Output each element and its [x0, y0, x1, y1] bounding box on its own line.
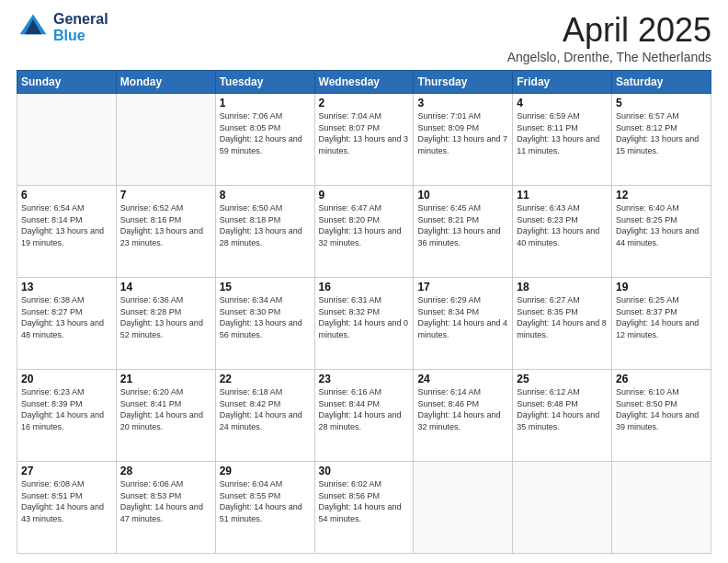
- day-info: Sunrise: 6:10 AMSunset: 8:50 PMDaylight:…: [616, 386, 707, 432]
- calendar-weekday-wednesday: Wednesday: [314, 71, 414, 94]
- day-info: Sunrise: 6:40 AMSunset: 8:25 PMDaylight:…: [616, 202, 707, 248]
- day-info: Sunrise: 7:01 AMSunset: 8:09 PMDaylight:…: [417, 110, 508, 156]
- day-number: 5: [616, 97, 707, 109]
- day-number: 6: [21, 189, 112, 201]
- day-info: Sunrise: 6:54 AMSunset: 8:14 PMDaylight:…: [21, 202, 112, 248]
- day-info: Sunrise: 6:47 AMSunset: 8:20 PMDaylight:…: [319, 202, 410, 248]
- calendar-weekday-saturday: Saturday: [612, 71, 711, 94]
- day-info: Sunrise: 6:45 AMSunset: 8:21 PMDaylight:…: [417, 202, 508, 248]
- day-number: 29: [220, 465, 311, 477]
- day-number: 21: [120, 373, 211, 385]
- calendar-cell: 29Sunrise: 6:04 AMSunset: 8:55 PMDayligh…: [215, 462, 314, 554]
- calendar-weekday-friday: Friday: [513, 71, 612, 94]
- day-number: 4: [517, 97, 608, 109]
- calendar-cell: 26Sunrise: 6:10 AMSunset: 8:50 PMDayligh…: [612, 370, 711, 462]
- calendar-week-row: 1Sunrise: 7:06 AMSunset: 8:05 PMDaylight…: [17, 94, 711, 186]
- day-info: Sunrise: 6:16 AMSunset: 8:44 PMDaylight:…: [319, 386, 410, 432]
- day-info: Sunrise: 6:50 AMSunset: 8:18 PMDaylight:…: [220, 202, 311, 248]
- calendar-cell: [513, 462, 612, 554]
- day-number: 16: [319, 281, 410, 293]
- logo-icon: [17, 11, 50, 44]
- calendar-cell: 27Sunrise: 6:08 AMSunset: 8:51 PMDayligh…: [17, 462, 117, 554]
- day-info: Sunrise: 6:43 AMSunset: 8:23 PMDaylight:…: [517, 202, 608, 248]
- day-info: Sunrise: 7:06 AMSunset: 8:05 PMDaylight:…: [220, 110, 311, 156]
- day-number: 10: [417, 189, 508, 201]
- calendar-cell: 23Sunrise: 6:16 AMSunset: 8:44 PMDayligh…: [314, 370, 414, 462]
- calendar-cell: 6Sunrise: 6:54 AMSunset: 8:14 PMDaylight…: [17, 186, 117, 278]
- calendar-weekday-tuesday: Tuesday: [215, 71, 314, 94]
- location-title: Angelslo, Drenthe, The Netherlands: [507, 50, 711, 64]
- day-info: Sunrise: 6:36 AMSunset: 8:28 PMDaylight:…: [120, 294, 211, 340]
- day-number: 8: [220, 189, 311, 201]
- day-number: 11: [517, 189, 608, 201]
- calendar-cell: 12Sunrise: 6:40 AMSunset: 8:25 PMDayligh…: [612, 186, 711, 278]
- day-info: Sunrise: 6:08 AMSunset: 8:51 PMDaylight:…: [21, 478, 112, 524]
- day-info: Sunrise: 6:04 AMSunset: 8:55 PMDaylight:…: [220, 478, 311, 524]
- calendar-cell: 4Sunrise: 6:59 AMSunset: 8:11 PMDaylight…: [513, 94, 612, 186]
- day-info: Sunrise: 6:27 AMSunset: 8:35 PMDaylight:…: [517, 294, 608, 340]
- logo-text: General Blue: [53, 11, 108, 45]
- calendar-week-row: 27Sunrise: 6:08 AMSunset: 8:51 PMDayligh…: [17, 462, 711, 554]
- day-info: Sunrise: 6:20 AMSunset: 8:41 PMDaylight:…: [120, 386, 211, 432]
- day-info: Sunrise: 7:04 AMSunset: 8:07 PMDaylight:…: [319, 110, 410, 156]
- day-info: Sunrise: 6:38 AMSunset: 8:27 PMDaylight:…: [21, 294, 112, 340]
- calendar-cell: 14Sunrise: 6:36 AMSunset: 8:28 PMDayligh…: [116, 278, 215, 370]
- day-number: 22: [220, 373, 311, 385]
- day-info: Sunrise: 6:12 AMSunset: 8:48 PMDaylight:…: [517, 386, 608, 432]
- calendar-cell: [612, 462, 711, 554]
- calendar-cell: 9Sunrise: 6:47 AMSunset: 8:20 PMDaylight…: [314, 186, 414, 278]
- day-number: 26: [616, 373, 707, 385]
- calendar-cell: 3Sunrise: 7:01 AMSunset: 8:09 PMDaylight…: [414, 94, 513, 186]
- day-number: 12: [616, 189, 707, 201]
- day-number: 25: [517, 373, 608, 385]
- calendar-table: SundayMondayTuesdayWednesdayThursdayFrid…: [17, 70, 711, 554]
- day-info: Sunrise: 6:31 AMSunset: 8:32 PMDaylight:…: [319, 294, 410, 340]
- day-number: 23: [319, 373, 410, 385]
- top-section: General Blue April 2025 Angelslo, Drenth…: [17, 11, 711, 64]
- day-number: 1: [220, 97, 311, 109]
- calendar-cell: 16Sunrise: 6:31 AMSunset: 8:32 PMDayligh…: [314, 278, 414, 370]
- calendar-cell: 24Sunrise: 6:14 AMSunset: 8:46 PMDayligh…: [414, 370, 513, 462]
- day-number: 7: [120, 189, 211, 201]
- calendar-cell: 28Sunrise: 6:06 AMSunset: 8:53 PMDayligh…: [116, 462, 215, 554]
- calendar-cell: 8Sunrise: 6:50 AMSunset: 8:18 PMDaylight…: [215, 186, 314, 278]
- calendar-header-row: SundayMondayTuesdayWednesdayThursdayFrid…: [17, 71, 711, 94]
- day-info: Sunrise: 6:14 AMSunset: 8:46 PMDaylight:…: [417, 386, 508, 432]
- calendar-cell: 22Sunrise: 6:18 AMSunset: 8:42 PMDayligh…: [215, 370, 314, 462]
- calendar-cell: 30Sunrise: 6:02 AMSunset: 8:56 PMDayligh…: [314, 462, 414, 554]
- calendar-cell: 25Sunrise: 6:12 AMSunset: 8:48 PMDayligh…: [513, 370, 612, 462]
- calendar-cell: 13Sunrise: 6:38 AMSunset: 8:27 PMDayligh…: [17, 278, 117, 370]
- day-number: 17: [417, 281, 508, 293]
- day-info: Sunrise: 6:52 AMSunset: 8:16 PMDaylight:…: [120, 202, 211, 248]
- calendar-week-row: 6Sunrise: 6:54 AMSunset: 8:14 PMDaylight…: [17, 186, 711, 278]
- day-number: 9: [319, 189, 410, 201]
- day-info: Sunrise: 6:25 AMSunset: 8:37 PMDaylight:…: [616, 294, 707, 340]
- calendar-week-row: 13Sunrise: 6:38 AMSunset: 8:27 PMDayligh…: [17, 278, 711, 370]
- title-section: April 2025 Angelslo, Drenthe, The Nether…: [507, 11, 711, 64]
- day-info: Sunrise: 6:34 AMSunset: 8:30 PMDaylight:…: [220, 294, 311, 340]
- day-info: Sunrise: 6:23 AMSunset: 8:39 PMDaylight:…: [21, 386, 112, 432]
- day-info: Sunrise: 6:18 AMSunset: 8:42 PMDaylight:…: [220, 386, 311, 432]
- logo: General Blue: [17, 11, 108, 45]
- calendar-cell: 5Sunrise: 6:57 AMSunset: 8:12 PMDaylight…: [612, 94, 711, 186]
- day-info: Sunrise: 6:59 AMSunset: 8:11 PMDaylight:…: [517, 110, 608, 156]
- month-title: April 2025: [507, 11, 711, 50]
- day-number: 20: [21, 373, 112, 385]
- calendar-cell: 17Sunrise: 6:29 AMSunset: 8:34 PMDayligh…: [414, 278, 513, 370]
- calendar-cell: [17, 94, 117, 186]
- calendar-weekday-monday: Monday: [116, 71, 215, 94]
- day-number: 15: [220, 281, 311, 293]
- calendar-cell: 20Sunrise: 6:23 AMSunset: 8:39 PMDayligh…: [17, 370, 117, 462]
- calendar-cell: 7Sunrise: 6:52 AMSunset: 8:16 PMDaylight…: [116, 186, 215, 278]
- day-number: 2: [319, 97, 410, 109]
- day-number: 30: [319, 465, 410, 477]
- calendar-weekday-sunday: Sunday: [17, 71, 117, 94]
- calendar-cell: 21Sunrise: 6:20 AMSunset: 8:41 PMDayligh…: [116, 370, 215, 462]
- calendar-cell: [414, 462, 513, 554]
- calendar-cell: 11Sunrise: 6:43 AMSunset: 8:23 PMDayligh…: [513, 186, 612, 278]
- day-number: 13: [21, 281, 112, 293]
- day-number: 14: [120, 281, 211, 293]
- calendar-cell: 19Sunrise: 6:25 AMSunset: 8:37 PMDayligh…: [612, 278, 711, 370]
- calendar-cell: 1Sunrise: 7:06 AMSunset: 8:05 PMDaylight…: [215, 94, 314, 186]
- day-info: Sunrise: 6:29 AMSunset: 8:34 PMDaylight:…: [417, 294, 508, 340]
